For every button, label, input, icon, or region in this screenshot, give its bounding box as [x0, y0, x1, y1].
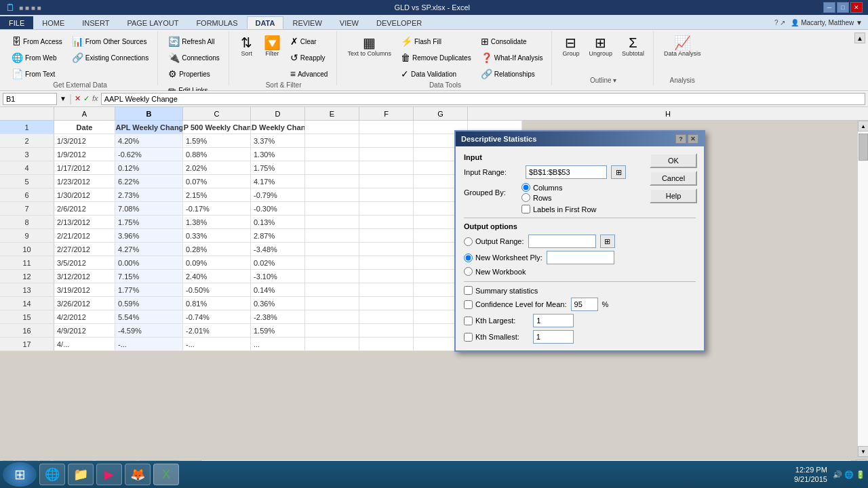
cell-16-0[interactable]: 4/9/2012: [54, 324, 115, 338]
output-range-radio-label[interactable]: Output Range:: [464, 237, 524, 246]
cancel-button[interactable]: Cancel: [650, 171, 697, 186]
cell-6-4[interactable]: [305, 188, 359, 202]
cell-16-1[interactable]: -4.59%: [115, 324, 183, 338]
col-header-f[interactable]: F: [359, 107, 414, 121]
cell-7-3[interactable]: -0.30%: [251, 202, 305, 216]
cell-17-2[interactable]: -...: [183, 338, 251, 351]
columns-radio[interactable]: [521, 183, 530, 192]
cell-12-3[interactable]: -3.10%: [251, 270, 305, 283]
row-header-9[interactable]: 9: [0, 229, 54, 243]
btn-from-access[interactable]: 🗄 From Access: [8, 34, 66, 49]
cell-5-5[interactable]: [359, 175, 414, 188]
btn-properties[interactable]: ⚙ Properties: [165, 66, 223, 81]
new-worksheet-radio-label[interactable]: New Worksheet Ply:: [464, 253, 542, 262]
tab-review[interactable]: REVIEW: [283, 16, 330, 29]
tab-formulas[interactable]: FORMULAS: [187, 16, 246, 29]
cell-6-3[interactable]: -0.79%: [251, 188, 305, 202]
taskbar-explorer[interactable]: 📁: [68, 464, 94, 485]
ribbon-collapse-button[interactable]: ▲: [854, 33, 865, 43]
cell-12-5[interactable]: [359, 270, 414, 283]
cell-2-5[interactable]: [359, 134, 414, 148]
row-header-8[interactable]: 8: [0, 216, 54, 229]
cell-7-5[interactable]: [359, 202, 414, 216]
labels-first-row-label[interactable]: Labels in First Row: [521, 205, 597, 214]
btn-remove-duplicates[interactable]: 🗑 Remove Duplicates: [397, 50, 475, 65]
cell-3-0[interactable]: 1/9/2012: [54, 148, 115, 161]
cell-1-2[interactable]: S&P 500 Weekly Change: [183, 121, 251, 134]
btn-reapply[interactable]: ↺ Reapply: [287, 50, 332, 65]
cell-5-2[interactable]: 0.07%: [183, 175, 251, 188]
cell-8-0[interactable]: 2/13/2012: [54, 216, 115, 229]
tab-file[interactable]: FILE: [0, 16, 33, 29]
col-header-c[interactable]: C: [183, 107, 251, 121]
cell-6-0[interactable]: 1/30/2012: [54, 188, 115, 202]
cell-1-1[interactable]: AAPL Weekly Change: [115, 121, 183, 134]
cell-15-1[interactable]: 5.54%: [115, 310, 183, 324]
btn-subtotal[interactable]: Σ Subtotal: [618, 34, 648, 59]
cell-11-4[interactable]: [305, 256, 359, 270]
new-worksheet-radio[interactable]: [464, 253, 473, 262]
cell-14-3[interactable]: 0.36%: [251, 297, 305, 310]
cell-5-4[interactable]: [305, 175, 359, 188]
cell-5-1[interactable]: 6.22%: [115, 175, 183, 188]
new-workbook-radio[interactable]: [464, 267, 473, 276]
cell-1-5[interactable]: [359, 121, 414, 134]
new-worksheet-field[interactable]: [547, 251, 614, 264]
cell-15-4[interactable]: [305, 310, 359, 324]
cell-6-5[interactable]: [359, 188, 414, 202]
rows-radio[interactable]: [521, 193, 530, 202]
cell-7-4[interactable]: [305, 202, 359, 216]
cell-12-4[interactable]: [305, 270, 359, 283]
cancel-formula-icon[interactable]: ✕: [75, 94, 81, 103]
cell-4-0[interactable]: 1/17/2012: [54, 161, 115, 175]
btn-data-validation[interactable]: ✓ Data Validation: [397, 66, 475, 81]
row-header-3[interactable]: 3: [0, 148, 54, 161]
tab-home[interactable]: HOME: [33, 16, 73, 29]
row-header-2[interactable]: 2: [0, 134, 54, 148]
kth-largest-field[interactable]: [533, 314, 574, 327]
tab-data[interactable]: DATA: [247, 16, 284, 29]
row-header-12[interactable]: 12: [0, 270, 54, 283]
row-header-17[interactable]: 17: [0, 338, 54, 351]
cell-4-4[interactable]: [305, 161, 359, 175]
output-range-field[interactable]: [528, 235, 596, 248]
col-header-h[interactable]: H: [468, 107, 868, 121]
btn-from-text[interactable]: 📄 From Text: [8, 66, 66, 81]
btn-sort[interactable]: ⇅ Sort: [236, 34, 258, 59]
cell-9-5[interactable]: [359, 229, 414, 243]
btn-advanced[interactable]: ≡ Advanced: [287, 66, 332, 81]
row-header-13[interactable]: 13: [0, 283, 54, 297]
cell-1-3[interactable]: GLD Weekly Change: [251, 121, 305, 134]
btn-flash-fill[interactable]: ⚡ Flash Fill: [397, 34, 475, 49]
cell-4-3[interactable]: 1.75%: [251, 161, 305, 175]
cell-5-3[interactable]: 4.17%: [251, 175, 305, 188]
col-header-d[interactable]: D: [251, 107, 305, 121]
cell-9-0[interactable]: 2/21/2012: [54, 229, 115, 243]
tab-view[interactable]: VIEW: [331, 16, 368, 29]
cell-6-2[interactable]: 2.15%: [183, 188, 251, 202]
cell-7-0[interactable]: 2/6/2012: [54, 202, 115, 216]
cell-12-0[interactable]: 3/12/2012: [54, 270, 115, 283]
cell-7-1[interactable]: 7.08%: [115, 202, 183, 216]
cell-11-0[interactable]: 3/5/2012: [54, 256, 115, 270]
cell-8-3[interactable]: 0.13%: [251, 216, 305, 229]
btn-text-to-columns[interactable]: ▦ Text to Columns: [344, 34, 395, 59]
cell-13-1[interactable]: 1.77%: [115, 283, 183, 297]
cell-16-5[interactable]: [359, 324, 414, 338]
summary-stats-label[interactable]: Summary statistics: [464, 286, 696, 295]
cell-7-2[interactable]: -0.17%: [183, 202, 251, 216]
cell-13-2[interactable]: -0.50%: [183, 283, 251, 297]
name-box[interactable]: B1: [3, 93, 57, 105]
cell-13-3[interactable]: 0.14%: [251, 283, 305, 297]
cell-10-2[interactable]: 0.28%: [183, 243, 251, 256]
cell-9-3[interactable]: 2.87%: [251, 229, 305, 243]
cell-15-5[interactable]: [359, 310, 414, 324]
kth-smallest-checkbox[interactable]: [464, 333, 473, 342]
tab-insert[interactable]: INSERT: [73, 16, 118, 29]
cell-14-4[interactable]: [305, 297, 359, 310]
btn-data-analysis[interactable]: 📈 Data Analysis: [660, 34, 705, 59]
cell-10-0[interactable]: 2/27/2012: [54, 243, 115, 256]
cell-10-4[interactable]: [305, 243, 359, 256]
row-header-11[interactable]: 11: [0, 256, 54, 270]
input-range-picker-button[interactable]: ⊞: [611, 165, 626, 179]
